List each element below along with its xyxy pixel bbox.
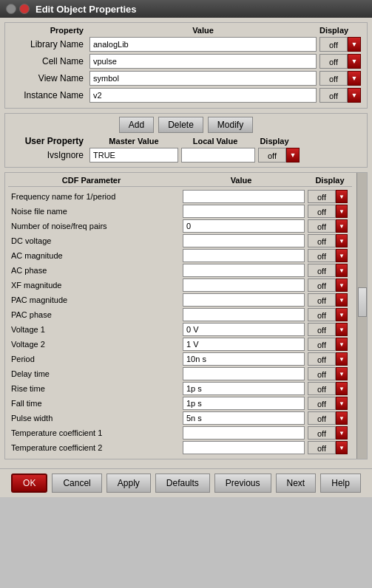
title-bar: Edit Object Properties xyxy=(0,0,372,18)
cdf-row-input[interactable] xyxy=(183,411,305,425)
cdf-dropdown-btn[interactable]: ▼ xyxy=(336,205,348,218)
cdf-row-input[interactable] xyxy=(183,234,305,247)
user-property-section: Add Delete Modify User Property Master V… xyxy=(4,113,368,168)
delete-button[interactable]: Delete xyxy=(158,117,203,133)
cdf-dropdown-btn[interactable]: ▼ xyxy=(336,293,348,307)
cdf-row-input[interactable] xyxy=(183,293,305,307)
apply-button[interactable]: Apply xyxy=(106,474,151,493)
defaults-button[interactable]: Defaults xyxy=(155,474,210,493)
next-button[interactable]: Next xyxy=(276,474,317,493)
cdf-row-input[interactable] xyxy=(183,426,305,440)
cdf-dropdown-btn[interactable]: ▼ xyxy=(336,397,348,410)
cdf-dropdown-btn[interactable]: ▼ xyxy=(336,382,348,395)
instance-name-display: off ▼ xyxy=(319,88,364,103)
scrollbar-track[interactable] xyxy=(356,173,367,459)
library-name-display-text: off xyxy=(319,37,348,52)
cdf-display-text: off xyxy=(308,278,336,292)
cdf-display-text: off xyxy=(308,308,336,321)
cdf-dropdown-btn[interactable]: ▼ xyxy=(336,219,348,233)
previous-button[interactable]: Previous xyxy=(214,474,271,493)
cdf-row-display: off▼ xyxy=(308,426,352,440)
view-name-row: View Name off ▼ xyxy=(8,71,364,86)
cdf-display-text: off xyxy=(308,293,336,307)
view-name-dropdown[interactable]: ▼ xyxy=(348,71,361,86)
cdf-dropdown-btn[interactable]: ▼ xyxy=(336,441,348,454)
cdf-row-input[interactable] xyxy=(183,219,305,233)
cdf-row-input[interactable] xyxy=(183,190,305,203)
view-name-display: off ▼ xyxy=(319,71,364,86)
cdf-dropdown-btn[interactable]: ▼ xyxy=(336,249,348,262)
cdf-row-label: Temperature coefficient 2 xyxy=(8,443,183,452)
cdf-header-row: CDF Parameter Value Display xyxy=(8,176,352,187)
cdf-display-text: off xyxy=(308,190,336,203)
cdf-row-input[interactable] xyxy=(183,397,305,410)
cdf-row-input[interactable] xyxy=(183,338,305,351)
cdf-row-input[interactable] xyxy=(183,278,305,292)
cdf-row-display: off▼ xyxy=(308,234,352,247)
cdf-dropdown-btn[interactable]: ▼ xyxy=(336,278,348,292)
view-name-input[interactable] xyxy=(89,71,317,86)
cdf-display-text: off xyxy=(308,219,336,233)
cdf-row: Fall timeoff▼ xyxy=(8,397,352,410)
cdf-row-input[interactable] xyxy=(183,264,305,277)
cell-name-display-text: off xyxy=(319,54,348,69)
cdf-dropdown-btn[interactable]: ▼ xyxy=(336,308,348,321)
cdf-row-label: XF magnitude xyxy=(8,281,183,290)
window-controls[interactable] xyxy=(6,4,30,14)
cdf-row-label: Number of noise/freq pairs xyxy=(8,222,183,230)
cdf-row-display: off▼ xyxy=(308,308,352,321)
ivsignore-master-input[interactable] xyxy=(89,148,178,163)
ivsignore-display: off ▼ xyxy=(258,148,302,163)
cdf-row-input[interactable] xyxy=(183,441,305,454)
cdf-section: CDF Parameter Value Display Frequency na… xyxy=(4,172,368,459)
cell-name-dropdown[interactable]: ▼ xyxy=(348,54,361,69)
cdf-row-label: Pulse width xyxy=(8,414,183,423)
library-name-dropdown[interactable]: ▼ xyxy=(348,37,361,52)
cdf-dropdown-btn[interactable]: ▼ xyxy=(336,411,348,425)
cell-name-input[interactable] xyxy=(89,54,317,69)
cdf-row-label: AC phase xyxy=(8,266,183,275)
modify-button[interactable]: Modify xyxy=(208,117,253,133)
cdf-dropdown-btn[interactable]: ▼ xyxy=(336,426,348,440)
cdf-display-text: off xyxy=(308,397,336,410)
close-button[interactable] xyxy=(19,4,30,14)
cdf-row-input[interactable] xyxy=(183,205,305,218)
cdf-row: AC magnitudeoff▼ xyxy=(8,249,352,262)
cdf-dropdown-btn[interactable]: ▼ xyxy=(336,338,348,351)
cdf-row-label: Period xyxy=(8,355,183,363)
cdf-row-label: Fall time xyxy=(8,399,183,408)
ivsignore-dropdown[interactable]: ▼ xyxy=(286,148,300,163)
minimize-button[interactable] xyxy=(6,4,16,14)
cdf-display-text: off xyxy=(308,382,336,395)
user-prop-header-row: User Property Master Value Local Value D… xyxy=(8,136,364,146)
cdf-dropdown-btn[interactable]: ▼ xyxy=(336,264,348,277)
ivsignore-local-input[interactable] xyxy=(181,148,255,163)
cdf-row: Pulse widthoff▼ xyxy=(8,411,352,425)
cancel-button[interactable]: Cancel xyxy=(52,474,101,493)
cdf-row-input[interactable] xyxy=(183,352,305,366)
instance-name-input[interactable] xyxy=(89,88,317,103)
cdf-dropdown-btn[interactable]: ▼ xyxy=(336,234,348,247)
display-col-header: Display xyxy=(319,26,364,35)
cdf-dropdown-btn[interactable]: ▼ xyxy=(336,190,348,203)
scrollbar-thumb[interactable] xyxy=(358,287,367,317)
help-button[interactable]: Help xyxy=(320,474,361,493)
add-button[interactable]: Add xyxy=(119,117,154,133)
cdf-dropdown-btn[interactable]: ▼ xyxy=(336,323,348,336)
cdf-display-text: off xyxy=(308,411,336,425)
cdf-dropdown-btn[interactable]: ▼ xyxy=(336,367,348,380)
cdf-row-display: off▼ xyxy=(308,411,352,425)
cdf-row-input[interactable] xyxy=(183,323,305,336)
cdf-row-display: off▼ xyxy=(308,205,352,218)
cdf-row-input[interactable] xyxy=(183,367,305,380)
library-name-input[interactable] xyxy=(89,37,317,52)
instance-name-dropdown[interactable]: ▼ xyxy=(348,88,361,103)
cell-name-display: off ▼ xyxy=(319,54,364,69)
cdf-row-input[interactable] xyxy=(183,382,305,395)
cdf-dropdown-btn[interactable]: ▼ xyxy=(336,352,348,366)
object-properties-section: Property Value Display Library Name off … xyxy=(4,22,368,109)
cdf-row-input[interactable] xyxy=(183,249,305,262)
cdf-row-label: Rise time xyxy=(8,384,183,393)
ok-button[interactable]: OK xyxy=(11,474,47,493)
cdf-row-input[interactable] xyxy=(183,308,305,321)
